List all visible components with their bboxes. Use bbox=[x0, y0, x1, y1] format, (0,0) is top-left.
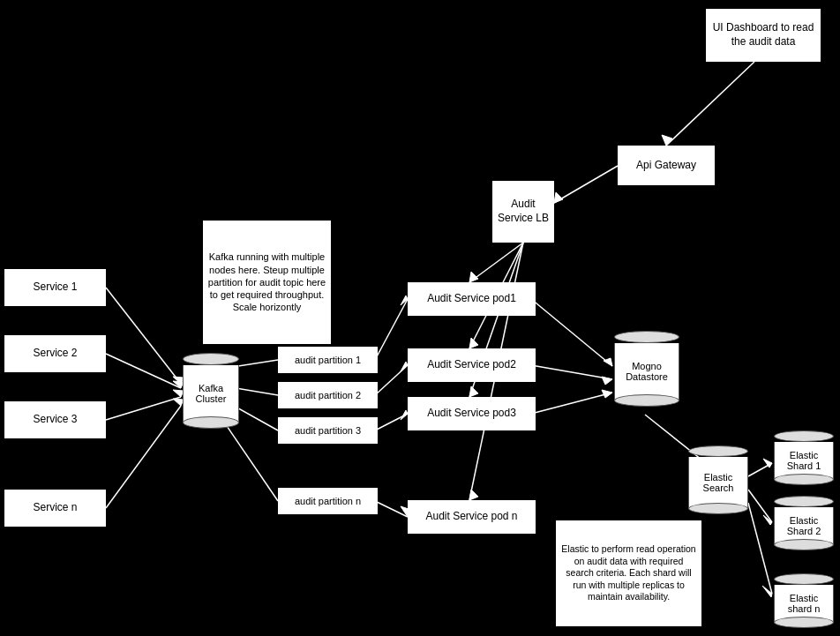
mongo-label: Mogno Datastore bbox=[619, 361, 675, 382]
svg-line-16 bbox=[106, 397, 181, 420]
kafka-desc-box: Kafka running with multiple nodes here. … bbox=[203, 221, 331, 344]
elastic-desc-box: Elastic to perform read operation on aud… bbox=[556, 520, 701, 626]
svg-marker-25 bbox=[401, 296, 408, 305]
elastic-search-cylinder: Elastic Search bbox=[686, 445, 750, 514]
ui-dashboard-label: UI Dashboard to read the audit data bbox=[710, 21, 816, 49]
service1-label: Service 1 bbox=[33, 281, 77, 295]
svg-marker-37 bbox=[602, 390, 612, 398]
svg-line-12 bbox=[106, 288, 181, 384]
servicen-box: Service n bbox=[4, 490, 106, 527]
audit-service-lb-box: Audit Service LB bbox=[492, 181, 554, 243]
elastic-shard1-label: Elastic Shard 1 bbox=[778, 450, 829, 471]
service2-box: Service 2 bbox=[4, 335, 106, 372]
arrows-layer bbox=[0, 0, 840, 636]
svg-marker-3 bbox=[554, 192, 563, 203]
svg-marker-33 bbox=[604, 358, 612, 366]
servicen-label: Service n bbox=[33, 501, 77, 515]
svg-line-40 bbox=[748, 463, 772, 476]
svg-marker-9 bbox=[469, 386, 478, 397]
svg-line-30 bbox=[375, 501, 408, 517]
service3-box: Service 3 bbox=[4, 401, 106, 438]
audit-pod1-label: Audit Service pod1 bbox=[427, 292, 516, 306]
svg-line-2 bbox=[554, 166, 618, 203]
mongo-cylinder: Mogno Datastore bbox=[612, 331, 681, 407]
svg-marker-27 bbox=[401, 362, 408, 371]
svg-line-14 bbox=[106, 354, 181, 388]
audit-pod2-box: Audit Service pod2 bbox=[408, 348, 536, 382]
audit-partition1-label: audit partition 1 bbox=[295, 354, 361, 366]
elastic-shardn-cylinder: Elastic shard n bbox=[772, 573, 836, 628]
service2-label: Service 2 bbox=[33, 347, 77, 361]
svg-marker-1 bbox=[662, 135, 672, 146]
elastic-shard2-label: Elastic Shard 2 bbox=[778, 515, 829, 536]
svg-marker-5 bbox=[469, 272, 478, 282]
audit-partition1-box: audit partition 1 bbox=[278, 347, 378, 373]
audit-service-lb-label: Audit Service LB bbox=[497, 198, 550, 225]
audit-pod3-label: Audit Service pod3 bbox=[427, 407, 516, 421]
svg-marker-43 bbox=[763, 515, 772, 525]
audit-pod2-label: Audit Service pod2 bbox=[427, 358, 516, 372]
svg-line-44 bbox=[748, 503, 772, 594]
svg-line-4 bbox=[469, 243, 523, 282]
svg-marker-29 bbox=[401, 410, 408, 420]
elastic-shard1-cylinder: Elastic Shard 1 bbox=[772, 430, 836, 485]
ui-dashboard-box: UI Dashboard to read the audit data bbox=[706, 9, 821, 62]
audit-pod3-box: Audit Service pod3 bbox=[408, 397, 536, 430]
kafka-cylinder: Kafka Cluster bbox=[181, 353, 241, 429]
elastic-shard2-cylinder: Elastic Shard 2 bbox=[772, 496, 836, 550]
elastic-shardn-label: Elastic shard n bbox=[778, 593, 829, 614]
svg-line-36 bbox=[531, 393, 612, 414]
kafka-label: Kafka Cluster bbox=[187, 383, 235, 404]
svg-marker-7 bbox=[469, 338, 478, 348]
svg-line-18 bbox=[106, 406, 181, 508]
svg-line-32 bbox=[531, 299, 612, 366]
audit-partition3-label: audit partition 3 bbox=[295, 424, 361, 437]
kafka-desc-label: Kafka running with multiple nodes here. … bbox=[207, 251, 326, 313]
svg-marker-41 bbox=[763, 459, 772, 468]
service3-label: Service 3 bbox=[33, 413, 77, 427]
svg-marker-45 bbox=[762, 586, 772, 597]
svg-line-42 bbox=[748, 490, 772, 522]
svg-marker-35 bbox=[602, 377, 612, 385]
audit-partitionn-label: audit partition n bbox=[295, 495, 361, 507]
audit-pod1-box: Audit Service pod1 bbox=[408, 282, 536, 316]
elastic-desc-label: Elastic to perform read operation on aud… bbox=[560, 543, 697, 603]
svg-line-26 bbox=[375, 365, 408, 395]
svg-line-24 bbox=[375, 299, 408, 360]
svg-marker-11 bbox=[469, 490, 478, 500]
svg-line-0 bbox=[666, 62, 754, 146]
elastic-search-label: Elastic Search bbox=[693, 472, 744, 493]
service1-box: Service 1 bbox=[4, 269, 106, 306]
audit-partition3-box: audit partition 3 bbox=[278, 417, 378, 444]
audit-partitionn-box: audit partition n bbox=[278, 488, 378, 514]
audit-partition2-box: audit partition 2 bbox=[278, 382, 378, 408]
audit-partition2-label: audit partition 2 bbox=[295, 389, 361, 401]
api-gateway-box: Api Gateway bbox=[618, 146, 715, 185]
audit-podn-box: Audit Service pod n bbox=[408, 500, 536, 534]
api-gateway-label: Api Gateway bbox=[636, 159, 696, 173]
audit-podn-label: Audit Service pod n bbox=[425, 510, 517, 524]
svg-line-34 bbox=[531, 365, 612, 379]
svg-line-28 bbox=[375, 414, 408, 430]
